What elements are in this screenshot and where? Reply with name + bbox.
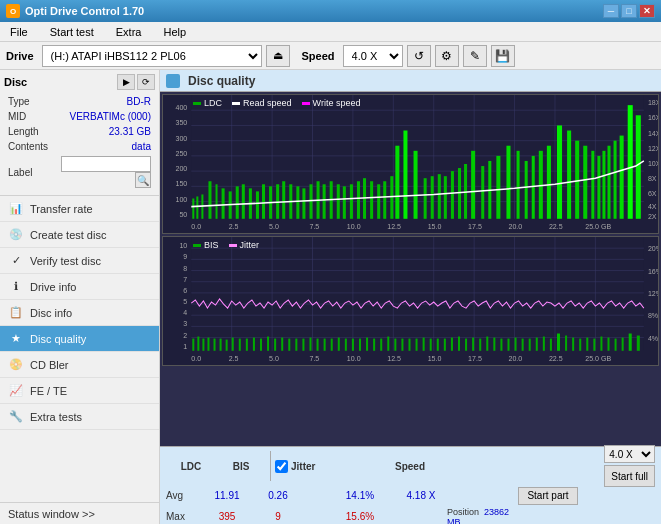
sidebar-label-verify-test-disc: Verify test disc — [30, 255, 101, 267]
drive-select[interactable]: (H:) ATAPI iHBS112 2 PL06 — [42, 45, 262, 67]
svg-text:150: 150 — [175, 180, 187, 188]
speed-select-stats[interactable]: 4.0 X — [604, 445, 655, 463]
svg-text:12.5: 12.5 — [387, 355, 401, 363]
jitter-header: Jitter — [291, 461, 315, 472]
svg-rect-184 — [565, 336, 567, 351]
svg-text:25.0 GB: 25.0 GB — [585, 355, 611, 363]
stats-bar: LDC BIS Jitter Speed 4.0 X — [160, 446, 661, 524]
sidebar-item-cd-bler[interactable]: 📀 CD Bler — [0, 352, 159, 378]
settings-button[interactable]: ⚙ — [435, 45, 459, 67]
sidebar-item-verify-test-disc[interactable]: ✓ Verify test disc — [0, 248, 159, 274]
sidebar-label-extra-tests: Extra tests — [30, 411, 82, 423]
svg-rect-187 — [586, 338, 588, 351]
menu-extra[interactable]: Extra — [110, 24, 148, 40]
svg-rect-47 — [377, 184, 380, 219]
sidebar-item-extra-tests[interactable]: 🔧 Extra tests — [0, 404, 159, 430]
svg-rect-190 — [607, 338, 609, 351]
disc-contents-row: Contents data — [6, 140, 153, 153]
svg-text:1: 1 — [183, 343, 187, 351]
speed-select[interactable]: 4.0 X — [343, 45, 403, 67]
svg-text:25.0 GB: 25.0 GB — [585, 223, 611, 231]
svg-rect-58 — [458, 168, 461, 219]
svg-text:15.0: 15.0 — [428, 355, 442, 363]
svg-rect-183 — [557, 334, 560, 351]
svg-rect-57 — [451, 171, 454, 219]
menu-file[interactable]: File — [4, 24, 34, 40]
disc-icon-btn-2[interactable]: ⟳ — [137, 74, 155, 90]
svg-text:9: 9 — [183, 253, 187, 261]
sidebar-item-disc-quality[interactable]: ★ Disc quality — [0, 326, 159, 352]
legend-ldc: LDC — [193, 98, 222, 108]
svg-rect-65 — [517, 151, 520, 219]
svg-rect-24 — [222, 188, 225, 218]
menu-help[interactable]: Help — [157, 24, 192, 40]
sidebar-item-create-test-disc[interactable]: 💿 Create test disc — [0, 222, 159, 248]
sidebar-label-fe-te: FE / TE — [30, 385, 67, 397]
svg-text:2.5: 2.5 — [229, 355, 239, 363]
bis-chart-svg: 10 9 8 7 6 5 4 3 2 1 20% 16% 12% 8% 4% — [163, 237, 658, 365]
svg-text:12.5: 12.5 — [387, 223, 401, 231]
sidebar-item-drive-info[interactable]: ℹ Drive info — [0, 274, 159, 300]
svg-text:0.0: 0.0 — [191, 223, 201, 231]
svg-rect-66 — [525, 161, 528, 219]
maximize-button[interactable]: □ — [621, 4, 637, 18]
start-full-button[interactable]: Start full — [604, 465, 655, 487]
max-bis: 9 — [253, 511, 303, 522]
svg-rect-76 — [602, 151, 605, 219]
refresh-button[interactable]: ↺ — [407, 45, 431, 67]
svg-rect-42 — [343, 186, 346, 218]
disc-type-value: BD-R — [52, 95, 153, 108]
svg-rect-133 — [207, 338, 209, 351]
label-input[interactable] — [61, 156, 151, 172]
close-button[interactable]: ✕ — [639, 4, 655, 18]
svg-text:50: 50 — [179, 211, 187, 219]
svg-rect-23 — [216, 184, 218, 219]
svg-rect-70 — [557, 125, 562, 218]
svg-rect-135 — [220, 339, 222, 351]
eject-button[interactable]: ⏏ — [266, 45, 290, 67]
svg-text:5: 5 — [183, 298, 187, 306]
svg-rect-130 — [192, 339, 194, 351]
svg-text:250: 250 — [175, 150, 187, 158]
disc-type-label: Type — [6, 95, 50, 108]
max-label: Max — [166, 511, 201, 522]
svg-rect-77 — [607, 146, 610, 219]
label-search-button[interactable]: 🔍 — [135, 172, 151, 188]
edit-button[interactable]: ✎ — [463, 45, 487, 67]
max-jitter: 15.6% — [325, 511, 395, 522]
drivebar: Drive (H:) ATAPI iHBS112 2 PL06 ⏏ Speed … — [0, 42, 661, 70]
disc-icon-btn-1[interactable]: ▶ — [117, 74, 135, 90]
sidebar-item-transfer-rate[interactable]: 📊 Transfer rate — [0, 196, 159, 222]
speed-label: Speed — [302, 50, 335, 62]
menu-start-test[interactable]: Start test — [44, 24, 100, 40]
status-window-button[interactable]: Status window >> — [0, 502, 159, 524]
svg-rect-172 — [479, 339, 481, 351]
svg-text:17.5: 17.5 — [468, 223, 482, 231]
svg-text:10.0: 10.0 — [347, 223, 361, 231]
disc-icon-buttons: ▶ ⟳ — [117, 74, 155, 90]
svg-text:100: 100 — [175, 196, 187, 204]
svg-rect-185 — [572, 338, 574, 351]
svg-text:22.5: 22.5 — [549, 223, 563, 231]
max-ldc: 395 — [202, 511, 252, 522]
svg-text:200: 200 — [175, 165, 187, 173]
svg-rect-149 — [317, 339, 319, 351]
disc-info-icon: 📋 — [8, 306, 24, 320]
svg-rect-52 — [414, 151, 418, 219]
sidebar-item-disc-info[interactable]: 📋 Disc info — [0, 300, 159, 326]
minimize-button[interactable]: ─ — [603, 4, 619, 18]
start-part-button[interactable]: Start part — [518, 487, 578, 505]
svg-rect-54 — [431, 176, 434, 219]
svg-rect-110 — [191, 237, 644, 351]
sidebar-item-fe-te[interactable]: 📈 FE / TE — [0, 378, 159, 404]
jitter-checkbox[interactable] — [275, 460, 288, 473]
save-button[interactable]: 💾 — [491, 45, 515, 67]
svg-rect-152 — [338, 338, 340, 351]
sidebar-label-drive-info: Drive info — [30, 281, 76, 293]
svg-rect-41 — [337, 184, 340, 219]
disc-mid-label: MID — [6, 110, 50, 123]
svg-rect-137 — [232, 338, 234, 351]
svg-rect-43 — [350, 184, 353, 219]
svg-rect-186 — [579, 339, 581, 351]
svg-rect-181 — [543, 337, 545, 351]
